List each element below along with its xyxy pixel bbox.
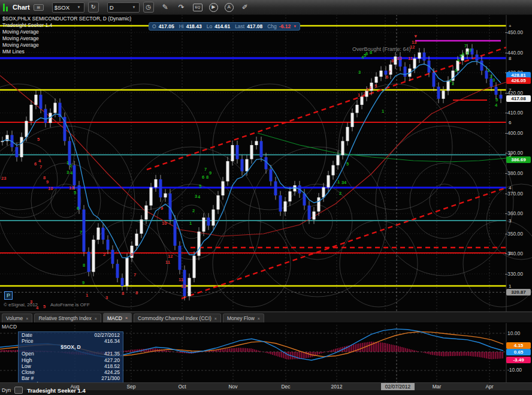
green-count-marker: 7	[204, 167, 207, 172]
link-channel-badge[interactable]: ▤	[34, 4, 44, 11]
green-count-marker: 8	[466, 50, 468, 56]
month-label: Apr	[485, 384, 493, 390]
data-window-value: 424.25	[104, 369, 120, 375]
chevron-down-icon: ▾	[78, 5, 80, 10]
macd-axis-label: -10.00	[507, 367, 522, 373]
red-count-marker: 6	[386, 74, 388, 80]
red-count-marker: 7	[134, 272, 136, 278]
green-count-marker: 1	[487, 68, 489, 73]
macd-pane-label: MACD	[2, 324, 17, 330]
draw-pencil-icon[interactable]: ✎	[161, 3, 170, 11]
price-tick-label: 380.00	[507, 170, 523, 176]
quote-field-value: 417.05	[159, 23, 174, 29]
green-count-marker: 6	[202, 174, 204, 180]
month-label: Dec	[281, 384, 290, 390]
tab-money-flow[interactable]: Money Flow×	[223, 313, 264, 322]
green-count-marker: 2	[192, 208, 195, 213]
red-count-marker: 12	[168, 254, 173, 259]
price-tick-label: 370.00	[507, 191, 523, 197]
data-window-row: Low418.52	[19, 363, 123, 369]
toolbar: Chart ▤ $SOX ▾ ↻ D ▾ ◷ ✎ ↷ EQ ▶ A ✐	[0, 0, 532, 15]
red-count-marker: 11	[165, 260, 170, 265]
price-tick-label: 360.00	[507, 210, 523, 216]
indicator-tabs-bar: Volume×Relative Strength Index×MACD×Comm…	[0, 312, 532, 323]
p-badge[interactable]: P	[4, 291, 13, 300]
tab-close-icon[interactable]: ×	[258, 316, 260, 321]
change-arrow-icon: ▼	[293, 25, 297, 28]
month-label: Sep	[126, 384, 135, 390]
brand-label: Tradesight Seeker 1.4	[27, 387, 86, 394]
quote-box-icon[interactable]: EQ	[193, 4, 202, 11]
time-interval-icon[interactable]: ◷	[143, 2, 154, 13]
red-count-marker: 13	[412, 40, 416, 45]
interval-dropdown[interactable]: D ▾	[107, 2, 140, 13]
green-count-marker: 3	[455, 68, 457, 73]
symbol-value: $SOX	[55, 4, 76, 11]
play-replay-icon[interactable]: ▶	[209, 3, 218, 12]
tab-relative-strength-index[interactable]: Relative Strength Index×	[34, 313, 101, 322]
symbol-dropdown[interactable]: $SOX ▾	[52, 2, 84, 13]
green-count-marker: 1	[382, 108, 384, 114]
red-count-marker: 23	[1, 176, 6, 181]
quote-field-label: O	[152, 23, 156, 29]
month-label: Oct	[178, 384, 186, 390]
green-count-marker: 8	[83, 263, 85, 268]
auto-icon[interactable]: A	[225, 3, 234, 12]
tab-close-icon[interactable]: ×	[125, 316, 128, 320]
red-count-marker: 11	[179, 277, 183, 282]
svg-text:4: 4	[509, 185, 512, 191]
red-count-marker: 6	[34, 161, 37, 167]
quote-field-value: 417.08	[247, 23, 262, 29]
tab-close-icon[interactable]: ×	[95, 316, 97, 321]
interval-value: D	[110, 4, 131, 11]
red-count-marker: 7	[388, 70, 391, 75]
green-count-marker: 5	[346, 161, 349, 167]
red-count-marker: 11	[408, 56, 413, 61]
green-count-marker: 3	[492, 77, 495, 83]
red-count-marker: 3	[105, 295, 108, 300]
red-count-marker: 1	[358, 92, 360, 98]
quote-field-label: Lo	[207, 23, 212, 29]
red-count-marker: 8	[43, 175, 46, 180]
quote-field-value: -6.12	[279, 23, 291, 29]
green-count-marker: 7	[80, 230, 82, 235]
red-count-marker: 2	[103, 252, 105, 257]
price-tick-label: 350.00	[507, 231, 523, 237]
green-count-marker: 1	[189, 221, 192, 226]
tab-close-icon[interactable]: ×	[214, 316, 217, 321]
data-window-row: Close424.25	[19, 369, 123, 375]
tab-commodity-channel-index-cci-[interactable]: Commodity Channel Index (CCI)×	[134, 313, 221, 322]
ohlc-quote-bar[interactable]: O417.05Hi418.43Lo414.61Last417.08Chg-6.1…	[149, 22, 300, 31]
svg-text:6: 6	[509, 120, 512, 125]
price-tick-label: 390.00	[507, 150, 523, 156]
price-tick-label: 400.00	[507, 130, 523, 136]
red-count-marker: 8	[391, 58, 394, 64]
data-window-key: Open	[22, 351, 34, 357]
tab-volume[interactable]: Volume×	[2, 313, 32, 322]
red-count-marker: 5	[374, 83, 377, 89]
green-count-marker: 3	[66, 170, 69, 175]
svg-text:3: 3	[509, 218, 512, 224]
green-count-marker: 4	[344, 180, 347, 185]
symbol-search-icon[interactable]: ↻	[88, 2, 99, 13]
data-window-key: Price	[22, 338, 33, 344]
tab-macd[interactable]: MACD×	[103, 313, 132, 322]
eraser-icon[interactable]: ✐	[240, 3, 250, 11]
data-window-key: Close	[22, 369, 35, 375]
price-tag: 386.69	[506, 156, 531, 163]
data-window-key: High	[22, 357, 32, 363]
data-window-value: 427.20	[104, 357, 120, 363]
month-label: Nov	[228, 384, 237, 390]
green-count-marker: 2	[452, 81, 454, 86]
green-count-marker: 6	[77, 206, 79, 211]
red-count-marker: 8	[135, 290, 138, 296]
chart-title: $SOX,PHLX SEMICONDUCTOR SECTOR, D (Dynam…	[2, 16, 131, 22]
tab-close-icon[interactable]: ×	[26, 316, 28, 321]
legend-item: Moving Average	[2, 35, 39, 41]
green-count-marker: 8	[206, 174, 208, 180]
green-count-marker: 5	[74, 190, 76, 195]
data-window-key: Bar #	[22, 375, 34, 381]
green-count-marker: 2	[69, 163, 72, 168]
data-window[interactable]: Date02/27/2012Price416.34$SOX, DOpen421.…	[18, 331, 123, 388]
redo-arrow-icon[interactable]: ↷	[177, 3, 186, 11]
